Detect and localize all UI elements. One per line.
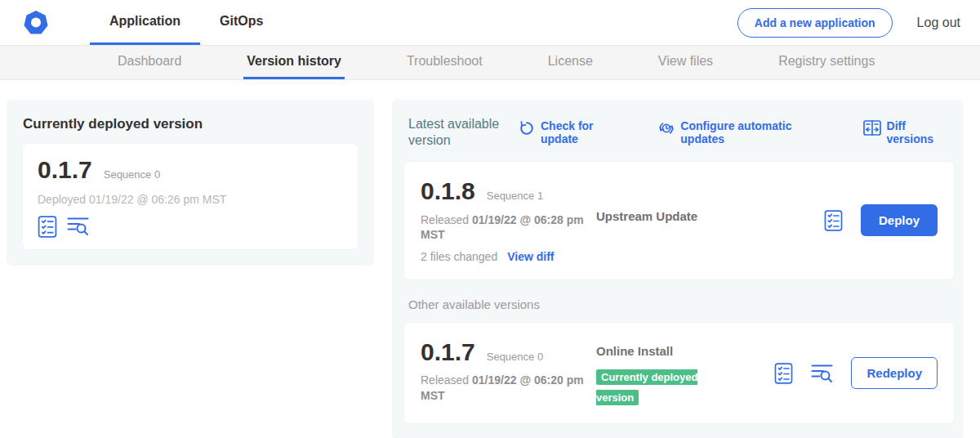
latest-sequence-label: Sequence 1 <box>487 190 543 202</box>
released-label: Released <box>421 213 469 226</box>
top-navbar: Application GitOps Add a new application… <box>0 0 980 46</box>
diff-versions-icon <box>863 120 881 136</box>
topnav-tab-gitops[interactable]: GitOps <box>200 0 283 45</box>
available-versions-panel: Latest available version Check for updat… <box>392 100 964 438</box>
redeploy-button[interactable]: Redeploy <box>851 357 938 389</box>
checklist-icon <box>38 216 57 238</box>
latest-source-label: Upstream Update <box>596 209 697 223</box>
preflight-checks-button[interactable] <box>774 363 793 384</box>
configure-automatic-updates-button[interactable]: Configure automatic updates <box>658 119 799 145</box>
files-changed-count: 2 files changed <box>421 250 497 263</box>
tab-version-history[interactable]: Version history <box>243 46 345 79</box>
deployed-sequence-label: Sequence 0 <box>104 168 160 181</box>
other-version-info: 0.1.7 Sequence 0 Released 01/19/22 @ 06:… <box>421 339 596 403</box>
available-versions-header: Latest available version Check for updat… <box>404 111 954 162</box>
currently-deployed-panel: Currently deployed version 0.1.7 Sequenc… <box>7 100 374 266</box>
latest-available-title: Latest available version <box>408 116 519 149</box>
deployed-timestamp: Deployed 01/19/22 @ 06:26 pm MST <box>38 193 343 206</box>
tab-troubleshoot[interactable]: Troubleshoot <box>403 46 486 79</box>
check-for-update-label: Check for update <box>541 119 595 145</box>
diff-versions-button[interactable]: Diff versions <box>863 119 952 145</box>
topnav-right: Add a new application Log out <box>737 0 960 45</box>
currently-deployed-badge: Currently deployed version <box>596 369 697 405</box>
deployed-badge-wrap: Currently deployed version <box>596 367 710 408</box>
tab-dashboard[interactable]: Dashboard <box>114 46 185 79</box>
main-content: Currently deployed version 0.1.7 Sequenc… <box>0 80 980 438</box>
deploy-button[interactable]: Deploy <box>861 204 938 236</box>
logout-link[interactable]: Log out <box>917 16 960 30</box>
deployed-icon-row <box>38 216 343 238</box>
view-logs-button[interactable] <box>67 217 89 236</box>
version-card-latest: 0.1.8 Sequence 1 Released 01/19/22 @ 06:… <box>404 162 954 279</box>
add-application-button[interactable]: Add a new application <box>737 8 893 38</box>
schedule-update-icon <box>658 120 675 136</box>
latest-released-timestamp: Released 01/19/22 @ 06:28 pm MST <box>421 212 596 242</box>
topnav-tab-gitops-label: GitOps <box>220 14 263 29</box>
app-logo-icon <box>23 10 49 36</box>
diff-versions-label: Diff versions <box>887 119 952 145</box>
topnav-tab-application-label: Application <box>109 14 180 29</box>
preflight-checks-button[interactable] <box>38 216 57 238</box>
files-changed-row: 2 files changed View diff <box>421 250 596 263</box>
tab-registry-settings[interactable]: Registry settings <box>775 46 878 79</box>
tab-troubleshoot-label: Troubleshoot <box>407 54 483 69</box>
latest-version-row: 0.1.8 Sequence 1 <box>421 178 596 204</box>
deployed-version-number: 0.1.7 <box>38 157 92 183</box>
refresh-icon <box>519 120 535 136</box>
deployed-version-card: 0.1.7 Sequence 0 Deployed 01/19/22 @ 06:… <box>23 144 358 249</box>
other-version-row: 0.1.7 Sequence 0 <box>421 339 596 365</box>
other-versions-title: Other available versions <box>408 297 954 311</box>
other-sequence-label: Sequence 0 <box>487 351 543 363</box>
other-released-timestamp: Released 01/19/22 @ 06:20 pm MST <box>421 373 596 402</box>
other-source-label: Online Install <box>596 344 673 358</box>
latest-version-number: 0.1.8 <box>421 178 475 204</box>
latest-version-actions: Deploy <box>816 204 938 236</box>
app-logo[interactable] <box>23 0 49 45</box>
preflight-checks-button[interactable] <box>824 210 843 231</box>
configure-automatic-updates-label: Configure automatic updates <box>680 119 799 145</box>
latest-version-info: 0.1.8 Sequence 1 Released 01/19/22 @ 06:… <box>421 178 596 263</box>
header-actions: Check for update Configure automatic upd… <box>519 116 952 149</box>
view-diff-link[interactable]: View diff <box>507 250 554 263</box>
tab-view-files[interactable]: View files <box>655 46 716 79</box>
app-subnav: Dashboard Version history Troubleshoot L… <box>0 46 980 80</box>
view-logs-button[interactable] <box>811 364 833 383</box>
tab-version-history-label: Version history <box>247 54 341 69</box>
other-version-actions: Redeploy <box>766 357 938 389</box>
tab-view-files-label: View files <box>658 54 713 69</box>
latest-source-column: Upstream Update <box>596 178 816 224</box>
version-card-other: 0.1.7 Sequence 0 Released 01/19/22 @ 06:… <box>404 323 954 424</box>
checklist-icon <box>774 363 793 384</box>
tab-license-label: License <box>548 54 593 69</box>
view-logs-icon <box>67 217 89 236</box>
tab-license[interactable]: License <box>545 46 596 79</box>
released-label: Released <box>421 373 469 387</box>
topnav-tab-application[interactable]: Application <box>90 0 200 45</box>
deployed-version-row: 0.1.7 Sequence 0 <box>38 157 343 183</box>
check-for-update-button[interactable]: Check for update <box>519 119 595 145</box>
currently-deployed-title: Currently deployed version <box>23 116 358 132</box>
checklist-icon <box>824 210 843 231</box>
tab-dashboard-label: Dashboard <box>118 54 181 69</box>
topnav-tabs: Application GitOps <box>90 0 283 45</box>
view-logs-icon <box>811 364 833 383</box>
tab-registry-settings-label: Registry settings <box>778 54 875 69</box>
other-source-column: Online Install Currently deployed versio… <box>596 339 766 408</box>
other-version-number: 0.1.7 <box>421 339 475 365</box>
